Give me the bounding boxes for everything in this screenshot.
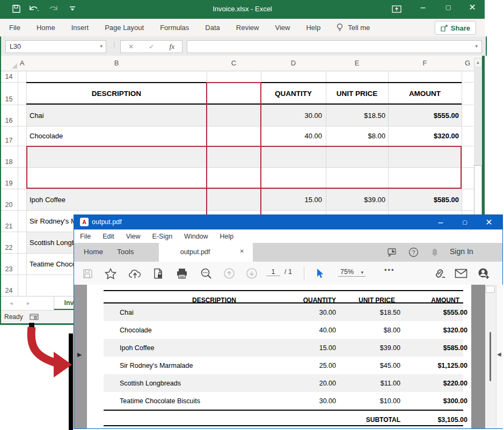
cell-e17[interactable]: $8.00: [326, 126, 385, 146]
page-lock-icon[interactable]: [151, 266, 165, 280]
col-header-d[interactable]: D: [261, 56, 326, 71]
excel-window-left-border: [0, 56, 1, 323]
share-button[interactable]: Share: [435, 21, 476, 35]
previous-page-icon[interactable]: [222, 266, 236, 280]
confirm-entry-icon[interactable]: ✓: [149, 43, 154, 50]
excel-maximize-button[interactable]: ▢: [437, 0, 459, 14]
star-bookmark-icon[interactable]: [104, 266, 118, 280]
cell-b20[interactable]: Ipoh Coffee: [30, 189, 204, 210]
excel-header-description[interactable]: DESCRIPTION: [26, 83, 207, 103]
cell-e20[interactable]: $39.00: [326, 189, 385, 210]
sheet-nav-right-icon[interactable]: ▸: [27, 300, 30, 307]
cell-f16[interactable]: $555.00: [388, 105, 459, 126]
formula-expand-caret-icon[interactable]: ▾: [475, 43, 478, 49]
col-header-g[interactable]: G: [462, 56, 473, 71]
row-header-15[interactable]: 15: [0, 82, 18, 105]
more-tools-icon[interactable]: •••: [384, 266, 395, 274]
col-header-a[interactable]: A: [18, 56, 26, 71]
sheet-nav-left-icon[interactable]: ◂: [10, 300, 13, 307]
pdf-tab-home[interactable]: Home: [84, 248, 103, 256]
pdf-menu-file[interactable]: File: [74, 233, 97, 240]
tell-me-box[interactable]: Tell me: [344, 24, 378, 32]
row-header-24[interactable]: 24: [0, 275, 18, 296]
pdf-tab-tools[interactable]: Tools: [117, 248, 134, 256]
pdf-minimize-button[interactable]: –: [430, 215, 451, 229]
share-link-icon[interactable]: [433, 266, 447, 280]
excel-minimize-button[interactable]: –: [412, 0, 434, 14]
scroll-up-button[interactable]: ▲: [474, 58, 482, 68]
tools-pane-expand-icon[interactable]: ◀: [497, 351, 501, 357]
pdf-menu-esign[interactable]: E-Sign: [147, 233, 179, 240]
cell-d17[interactable]: 40.00: [261, 126, 322, 146]
sign-in-button[interactable]: Sign In: [450, 247, 473, 256]
col-header-f[interactable]: F: [388, 56, 462, 71]
feedback-icon[interactable]: [387, 248, 398, 257]
pdf-vscrollbar-thumb[interactable]: [490, 332, 491, 381]
cell-b16[interactable]: Chai: [30, 105, 204, 126]
notifications-bell-icon[interactable]: [430, 248, 439, 257]
pdf-maximize-button[interactable]: ▢: [454, 215, 476, 229]
formula-input[interactable]: ▾: [187, 40, 482, 53]
tab-page-layout[interactable]: Page Layout: [97, 24, 152, 32]
pdf-menu-edit[interactable]: Edit: [97, 233, 120, 240]
print-icon[interactable]: [175, 266, 189, 280]
cell-e16[interactable]: $18.50: [326, 105, 385, 126]
row-header-19[interactable]: 19: [0, 167, 18, 189]
tab-help[interactable]: Help: [298, 24, 328, 32]
cell-d20[interactable]: 15.00: [261, 189, 322, 210]
pdf-cell-amount: $1,125.00: [400, 357, 468, 374]
name-box-caret-icon[interactable]: ▾: [100, 43, 103, 49]
pdf-vscrollbar-track[interactable]: [485, 285, 496, 428]
name-box[interactable]: L30 ▾: [5, 40, 106, 53]
tab-data[interactable]: Data: [197, 24, 228, 32]
macro-record-icon[interactable]: [30, 313, 39, 320]
row-header-21[interactable]: 21: [0, 210, 18, 232]
row-header-23[interactable]: 23: [0, 253, 18, 275]
pdf-close-button[interactable]: ✕: [478, 215, 500, 229]
cell-d16[interactable]: 30.00: [261, 105, 322, 126]
pdf-menu-window[interactable]: Window: [178, 233, 214, 240]
nav-pane-expand-icon[interactable]: ▶: [77, 351, 82, 358]
request-signature-icon[interactable]: [477, 266, 491, 280]
page-number-input[interactable]: 1: [266, 268, 280, 276]
next-page-icon[interactable]: [245, 266, 259, 280]
tab-view[interactable]: View: [267, 24, 298, 32]
insert-function-icon[interactable]: fx: [170, 42, 174, 51]
row-header-20[interactable]: 20: [0, 189, 18, 210]
cell-b17[interactable]: Chocolade: [30, 126, 204, 146]
pdf-scroll-up-button[interactable]: [486, 286, 495, 293]
pdf-tab-close-icon[interactable]: ✕: [240, 248, 244, 254]
tab-insert[interactable]: Insert: [63, 24, 97, 32]
tab-home[interactable]: Home: [28, 24, 63, 32]
row-header-16[interactable]: 16: [0, 105, 18, 126]
pdf-save-icon[interactable]: [81, 266, 94, 280]
excel-header-quantity[interactable]: QUANTITY: [261, 83, 326, 103]
cell-f17[interactable]: $320.00: [388, 126, 459, 146]
help-question-icon[interactable]: ?: [408, 247, 419, 257]
row-header-18[interactable]: 18: [0, 146, 18, 167]
email-icon[interactable]: [454, 266, 468, 280]
col-header-c[interactable]: C: [207, 56, 261, 71]
cell-f20[interactable]: $585.00: [388, 189, 459, 210]
col-header-b[interactable]: B: [26, 56, 207, 71]
cancel-entry-icon[interactable]: ✕: [128, 43, 134, 50]
select-tool-cursor-icon[interactable]: [313, 266, 327, 280]
row-header-14[interactable]: 14: [0, 71, 18, 82]
col-header-e[interactable]: E: [326, 56, 388, 71]
cloud-upload-icon[interactable]: [128, 266, 142, 280]
zoom-level-select[interactable]: 75% ▾: [338, 268, 366, 277]
search-icon[interactable]: [199, 266, 213, 280]
pdf-tab-document[interactable]: output.pdf ✕: [159, 243, 253, 262]
pdf-menu-help[interactable]: Help: [214, 233, 240, 240]
excel-close-button[interactable]: ✕: [462, 0, 483, 14]
tab-file[interactable]: File: [0, 24, 28, 32]
excel-header-unit-price[interactable]: UNIT PRICE: [326, 83, 388, 103]
tab-review[interactable]: Review: [228, 24, 267, 32]
row-header-17[interactable]: 17: [0, 126, 18, 146]
ribbon-display-options-icon[interactable]: [392, 5, 401, 13]
row-header-22[interactable]: 22: [0, 232, 18, 253]
select-all-corner[interactable]: [12, 63, 17, 69]
excel-header-amount[interactable]: AMOUNT: [388, 83, 462, 103]
tab-formulas[interactable]: Formulas: [152, 24, 197, 32]
pdf-menu-view[interactable]: View: [120, 233, 147, 240]
